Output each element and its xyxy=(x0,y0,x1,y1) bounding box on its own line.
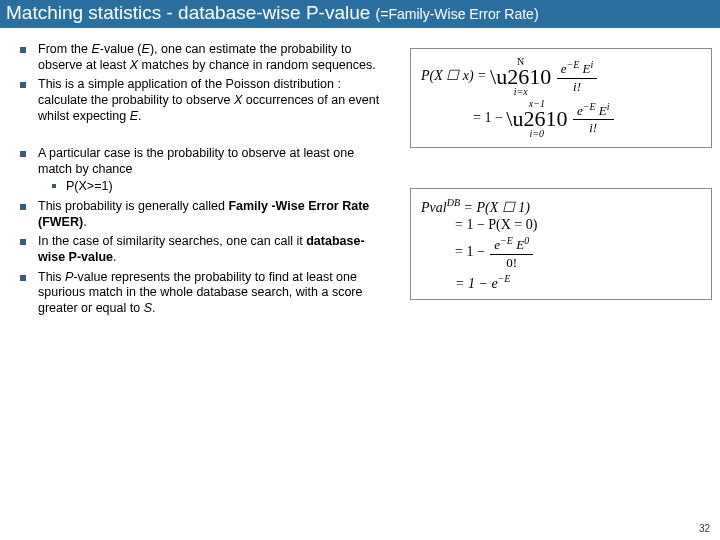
title-sub: (=Family-Wise Error Rate) xyxy=(376,6,539,22)
formula-box-1: P(X ☐ x) = N \u2610 i=x e−E Ei i! = 1 − … xyxy=(410,48,712,148)
f2-line2: = 1 − P(X = 0) xyxy=(421,217,701,233)
list-item: In the case of similarity searches, one … xyxy=(20,234,390,265)
list-item: This P-value represents the probability … xyxy=(20,270,390,317)
bullet-group-2: A particular case is the probability to … xyxy=(20,146,390,316)
sub-list-item: P(X>=1) xyxy=(38,179,390,195)
sub-list: P(X>=1) xyxy=(38,179,390,195)
list-item: This probability is generally called Fam… xyxy=(20,199,390,230)
page-number: 32 xyxy=(699,523,710,534)
f2-line1: PvalDB = P(X ☐ 1) xyxy=(421,197,701,216)
sum-icon: N \u2610 i=x xyxy=(490,57,551,97)
f2-line4: = 1 − e−E xyxy=(421,273,701,292)
title-main: Matching statistics - database-wise P-va… xyxy=(6,2,376,23)
content-area: From the E-value (E), one can estimate t… xyxy=(0,28,720,320)
title-bar: Matching statistics - database-wise P-va… xyxy=(0,0,720,28)
f1-eq2: = 1 − xyxy=(473,110,506,125)
list-item: From the E-value (E), one can estimate t… xyxy=(20,42,390,73)
fraction: e−E E0 0! xyxy=(490,235,533,270)
text-column: From the E-value (E), one can estimate t… xyxy=(20,42,390,320)
formula-column: P(X ☐ x) = N \u2610 i=x e−E Ei i! = 1 − … xyxy=(410,42,712,320)
list-item: This is a simple application of the Pois… xyxy=(20,77,390,124)
fraction: e−E Ei i! xyxy=(573,101,614,136)
f1-lhs: P(X ☐ x) = xyxy=(421,68,490,83)
formula-box-2: PvalDB = P(X ☐ 1) = 1 − P(X = 0) = 1 − e… xyxy=(410,188,712,301)
bullet-group-1: From the E-value (E), one can estimate t… xyxy=(20,42,390,124)
sum-icon: x−1 \u2610 i=0 xyxy=(506,99,567,139)
list-item: A particular case is the probability to … xyxy=(20,146,390,195)
fraction: e−E Ei i! xyxy=(557,59,598,94)
